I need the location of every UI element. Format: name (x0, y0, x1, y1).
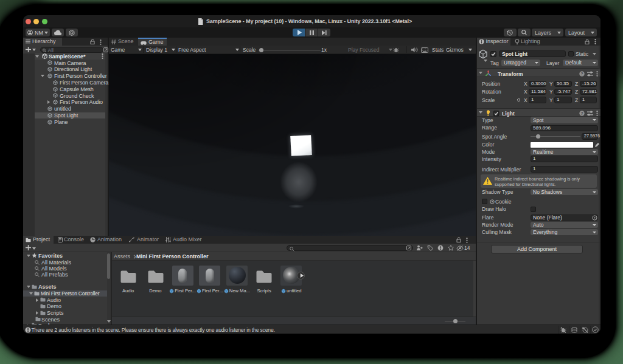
svg-text:?: ? (581, 111, 583, 115)
svg-text:?: ? (581, 71, 583, 75)
